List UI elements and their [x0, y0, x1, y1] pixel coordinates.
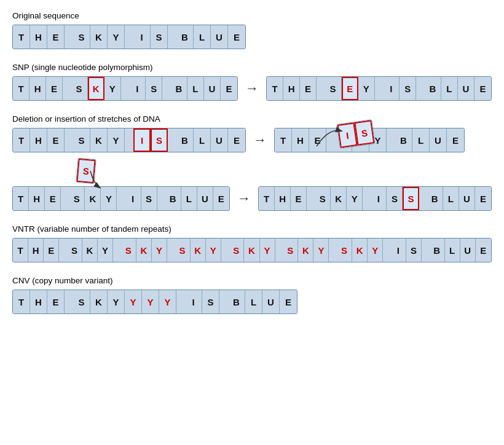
cell: E [447, 128, 464, 152]
cell-highlighted: E [342, 77, 358, 100]
cell: E [476, 238, 491, 262]
cell: B [176, 128, 194, 152]
cell: B [171, 77, 187, 100]
cell: K [90, 128, 108, 152]
cell: U [262, 290, 280, 313]
cell: E [474, 77, 491, 100]
cell-highlighted: K [88, 77, 104, 100]
original-section: Original sequence T H E S K Y I S B L U … [12, 11, 492, 49]
cell: E [47, 25, 65, 49]
cell: S [146, 77, 162, 100]
insertion-row: T H E S K Y I S B L U E → T H [12, 186, 492, 211]
cell: I [185, 290, 202, 313]
cell-vntr: Y [368, 238, 383, 262]
cell: B [430, 238, 445, 262]
cell: S [400, 77, 416, 100]
cell: S [69, 187, 85, 210]
cell: T [13, 187, 29, 210]
cell: K [82, 238, 98, 262]
cell: I [383, 77, 400, 100]
cell-vntr: Y [313, 238, 329, 262]
cell: I [133, 25, 151, 49]
cell-vntr: Y [152, 238, 167, 262]
cell: U [458, 77, 474, 100]
cell-space [65, 128, 73, 152]
cell-space [121, 77, 130, 100]
floating-is-box: I S [336, 119, 375, 149]
cell: B [427, 187, 443, 210]
cell: L [412, 128, 430, 152]
cell: S [202, 290, 219, 313]
cell-space [275, 238, 283, 262]
insertion-after-box: T H E S K Y I S S B L U E [258, 186, 492, 211]
cell: U [211, 25, 228, 49]
cell: Y [108, 128, 125, 152]
cell: I [125, 187, 141, 210]
cell-space [113, 238, 121, 262]
cell-space [387, 128, 395, 152]
vntr-seq-box: T H E S K Y S K Y S K Y S K Y S K Y S [12, 238, 492, 262]
cnv-label: CNV (copy number variant) [12, 276, 492, 285]
cell: U [211, 128, 228, 152]
original-label: Original sequence [12, 11, 492, 20]
cnv-section: CNV (copy number variant) T H E S K Y Y … [12, 276, 492, 314]
cell: Y [358, 77, 375, 100]
cell-space [63, 77, 71, 100]
cell-vntr: S [229, 238, 244, 262]
cell-highlighted: S [151, 128, 168, 152]
cell: T [13, 290, 30, 313]
cell-vntr: Y [206, 238, 221, 262]
cell-vntr: K [244, 238, 259, 262]
cell-space [157, 187, 165, 210]
cell-space [383, 238, 391, 262]
cell-space [59, 238, 67, 262]
cell-space [221, 238, 229, 262]
cell: L [181, 187, 197, 210]
cell: E [213, 187, 229, 210]
cell-vntr: Y [260, 238, 275, 262]
cell: E [475, 187, 491, 210]
cell-vntr: S [175, 238, 190, 262]
cell: Y [108, 25, 125, 49]
cell: Y [101, 187, 117, 210]
cell-space [65, 290, 73, 313]
cell-space [422, 238, 430, 262]
cell: U [197, 187, 213, 210]
cell-space [416, 77, 425, 100]
cell: H [30, 128, 47, 152]
cnv-seq-row: T H E S K Y Y Y Y I S B L U E [12, 289, 492, 314]
floating-deletion-box-container: I S [338, 122, 374, 146]
cell: S [141, 187, 157, 210]
arrow: → [245, 81, 259, 96]
cell: S [71, 77, 88, 100]
cell: S [73, 25, 90, 49]
cell: B [165, 187, 181, 210]
cell-cnv: Y [159, 290, 176, 313]
cell: Y [347, 187, 363, 210]
snp-section: SNP (single nucleotide polymorphism) T H… [12, 63, 492, 101]
arrow: → [253, 132, 267, 148]
cell-space [168, 25, 176, 49]
cell: E [300, 77, 317, 100]
cell: L [441, 77, 458, 100]
cell: U [459, 187, 475, 210]
cell: U [430, 128, 447, 152]
cell-space [65, 25, 73, 49]
cell: T [13, 25, 30, 49]
cell: T [275, 128, 292, 152]
cell: B [176, 25, 194, 49]
cell-floating: S [76, 159, 95, 183]
cell: E [221, 77, 237, 100]
cell: E [228, 128, 245, 152]
cell: K [90, 290, 108, 313]
snp-after-box: T H E S E Y I S B L U E [266, 76, 492, 101]
cell: E [291, 187, 307, 210]
cell: H [283, 77, 300, 100]
cell: Y [108, 290, 125, 313]
cell-vntr: S [283, 238, 298, 262]
cell: E [46, 77, 63, 100]
cell: L [194, 25, 211, 49]
cell: L [194, 128, 211, 152]
cell-space [125, 128, 133, 152]
cell: E [280, 290, 297, 313]
